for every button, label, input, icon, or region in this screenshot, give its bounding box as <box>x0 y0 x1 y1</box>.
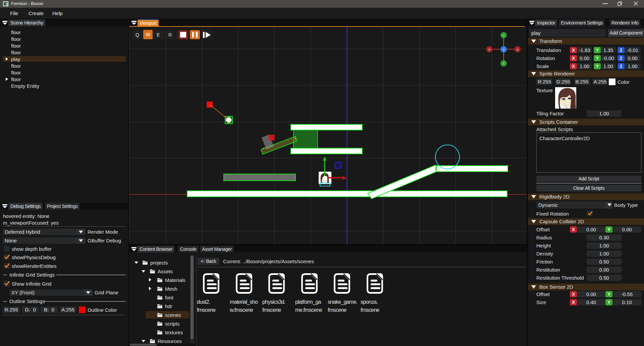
svg-text:Materials: Materials <box>165 277 185 283</box>
svg-text:physics3d.: physics3d. <box>262 299 285 305</box>
svg-text:hdr: hdr <box>165 303 172 309</box>
svg-text:X: X <box>517 48 519 51</box>
svg-text:scenes: scenes <box>165 312 181 318</box>
svg-text:dust2.: dust2. <box>197 299 210 305</box>
svg-text:Mesh: Mesh <box>165 286 177 292</box>
svg-text:fmscene: fmscene <box>361 307 379 313</box>
svg-text:projects: projects <box>150 260 168 266</box>
svg-text:snake_game.: snake_game. <box>328 299 357 305</box>
svg-text:font: font <box>165 295 174 300</box>
svg-text:scripts: scripts <box>165 321 179 327</box>
svg-text:me.fmscene: me.fmscene <box>295 307 322 313</box>
svg-text:w.fmscene: w.fmscene <box>229 307 253 313</box>
svg-text:fmscene: fmscene <box>328 307 346 313</box>
svg-text:fmscene: fmscene <box>262 307 281 313</box>
svg-text:Y: Y <box>502 34 504 37</box>
svg-text:sponza.: sponza. <box>361 299 378 305</box>
svg-text:platform_ga: platform_ga <box>295 299 321 305</box>
svg-text:fmscene: fmscene <box>197 307 216 313</box>
svg-text:Z: Z <box>503 48 505 51</box>
svg-text:Assets: Assets <box>158 269 173 274</box>
svg-text:Y: Y <box>502 62 504 65</box>
svg-text:textures: textures <box>165 330 183 335</box>
svg-text:material_sho: material_sho <box>230 299 258 305</box>
svg-text:X: X <box>488 48 490 51</box>
